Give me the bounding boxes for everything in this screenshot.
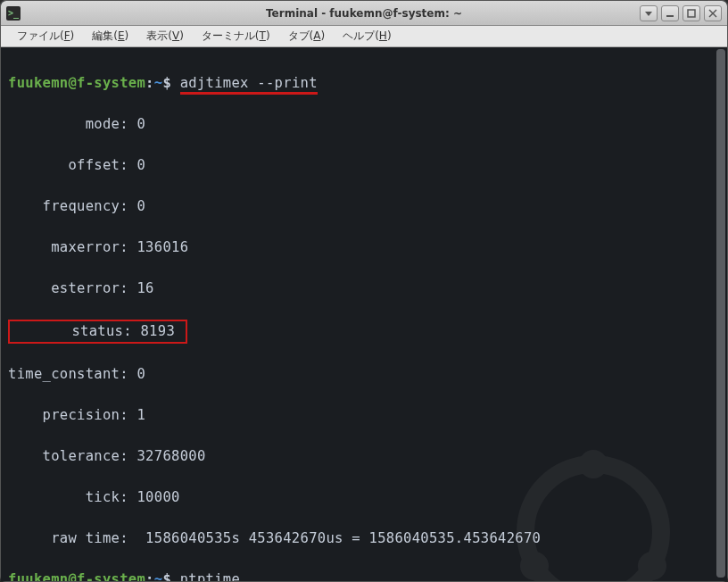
svg-rect-2 xyxy=(688,10,695,17)
menu-help[interactable]: ヘルプ(H) xyxy=(334,27,400,46)
maximize-button[interactable] xyxy=(682,5,700,21)
terminal-output[interactable]: fuukemn@f-system:~$ adjtimex --print mod… xyxy=(1,47,727,581)
svg-rect-1 xyxy=(666,15,674,17)
output-line: maxerror: 136016 xyxy=(8,237,720,258)
prompt-user: fuukemn@f-system xyxy=(8,75,145,91)
output-line: frequency: 0 xyxy=(8,196,720,217)
svg-point-5 xyxy=(525,464,661,581)
status-highlight: status: 8193 xyxy=(8,320,187,344)
output-line: tolerance: 32768000 xyxy=(8,446,720,467)
svg-marker-0 xyxy=(645,12,652,16)
command-adjtimex: adjtimex --print xyxy=(180,75,318,95)
menu-view[interactable]: 表示(V) xyxy=(137,27,193,46)
prompt-path: ~ xyxy=(154,571,163,581)
minimize-button[interactable] xyxy=(661,5,679,21)
prompt-path: ~ xyxy=(154,75,163,91)
terminal-icon: >_ xyxy=(6,6,21,21)
output-line: offset: 0 xyxy=(8,155,720,176)
menu-terminal[interactable]: ターミナル(T) xyxy=(193,27,279,46)
window-title: Terminal - fuukemn@f-system: ~ xyxy=(266,7,462,20)
scrollbar-thumb[interactable] xyxy=(716,49,725,578)
close-button[interactable] xyxy=(704,5,722,21)
output-line: time_constant: 0 xyxy=(8,364,720,385)
menu-file[interactable]: ファイル(F) xyxy=(8,27,83,46)
output-line: precision: 1 xyxy=(8,405,720,426)
output-line: esterror: 16 xyxy=(8,279,720,299)
menu-edit[interactable]: 編集(E) xyxy=(83,27,137,46)
menu-tab[interactable]: タブ(A) xyxy=(279,27,335,46)
output-line: tick: 10000 xyxy=(8,487,720,508)
output-line: raw time: 1586040535s 453642670us = 1586… xyxy=(8,528,720,549)
window-controls xyxy=(640,5,722,21)
prompt-user: fuukemn@f-system xyxy=(8,571,145,581)
scrollbar[interactable] xyxy=(716,49,725,578)
output-line: mode: 0 xyxy=(8,114,720,135)
always-on-top-button[interactable] xyxy=(640,5,658,21)
output-line: status: 8193 xyxy=(8,320,720,344)
terminal-window: >_ Terminal - fuukemn@f-system: ~ ファイル(F… xyxy=(0,0,728,582)
menubar: ファイル(F) 編集(E) 表示(V) ターミナル(T) タブ(A) ヘルプ(H… xyxy=(1,26,727,47)
command-ntptime: ntptime xyxy=(180,571,240,581)
titlebar[interactable]: >_ Terminal - fuukemn@f-system: ~ xyxy=(1,1,727,26)
